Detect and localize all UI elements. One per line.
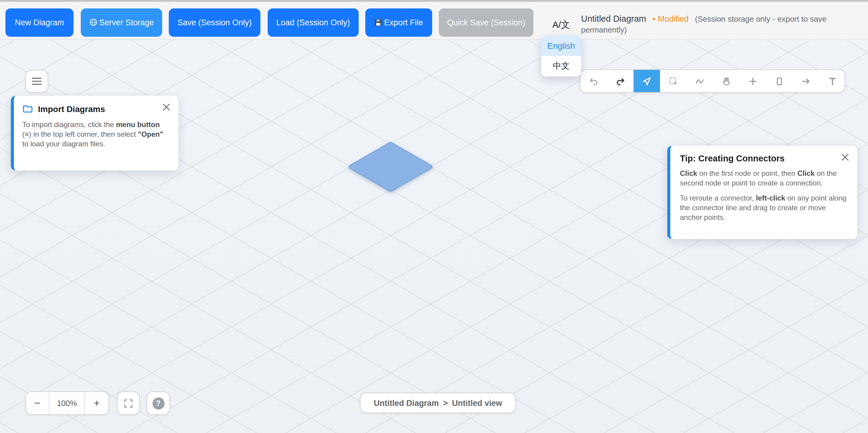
button-label: New Diagram [15,18,64,28]
zoom-controls: − 100% + [25,392,109,415]
save-session-button[interactable]: Save (Session Only) [169,8,260,37]
new-diagram-button[interactable]: New Diagram [5,8,73,37]
diamond-node[interactable] [347,140,434,193]
tip-card-close-button[interactable] [841,153,849,161]
text-icon [827,75,838,87]
redo-button[interactable] [607,70,633,92]
redo-icon [615,75,626,87]
language-option-english[interactable]: English [541,36,581,56]
export-file-button[interactable]: Export File [365,8,432,37]
connector-arrow-tool-button[interactable] [793,70,819,92]
zoom-in-button[interactable]: + [85,392,108,414]
freehand-draw-tool-button[interactable] [687,70,713,92]
close-icon [163,104,170,111]
hamburger-icon [32,84,41,85]
quick-save-button: Quick Save (Session) [439,8,533,37]
arrow-right-icon [801,75,811,87]
import-diagrams-card: Import Diagrams To import diagrams, clic… [11,96,179,170]
breadcrumb-separator: > [443,398,448,407]
tip-card-title: Tip: Creating Connectors [680,154,785,163]
select-cursor-icon [641,75,652,87]
window-top-strip [0,0,868,2]
document-title: Untitled Diagram [581,14,646,24]
add-node-tool-button[interactable] [740,70,766,92]
help-button[interactable]: ? [147,392,170,415]
breadcrumb-diagram-name: Untitled Diagram [374,398,439,407]
globe-icon [89,18,97,27]
load-session-button[interactable]: Load (Session Only) [268,8,359,37]
marquee-select-tool-button[interactable] [660,70,687,92]
button-label: Server Storage [89,18,154,28]
close-icon [841,154,849,161]
floppy-disk-icon [374,19,382,27]
zoom-out-button[interactable]: − [26,392,50,414]
modified-badge: • Modified [653,14,689,24]
server-storage-button[interactable]: Server Storage [81,8,162,37]
text-tool-button[interactable] [819,70,845,92]
document-title-block: Untitled Diagram • Modified (Session sto… [581,13,841,36]
tool-toolbar [580,69,845,93]
undo-icon [588,75,599,87]
import-card-title: Import Diagrams [38,104,105,114]
breadcrumb-view-name: Untitled view [452,398,502,407]
hamburger-icon [32,77,41,78]
language-menu: English 中文 [541,36,581,76]
import-card-close-button[interactable] [162,103,170,111]
tip-connectors-card: Tip: Creating Connectors Click on the fi… [667,146,857,239]
folder-icon [22,104,33,114]
question-mark-icon: ? [152,397,164,409]
language-option-chinese[interactable]: 中文 [541,56,581,76]
freehand-squiggle-icon [694,75,705,87]
button-label: Quick Save (Session) [447,18,525,28]
diagram-editor-app: New Diagram Server Storage Save (Session… [0,0,868,433]
import-card-body: To import diagrams, click the menu butto… [22,120,169,149]
pan-hand-tool-button[interactable] [713,70,740,92]
language-toggle-button[interactable]: A/文 [547,18,575,32]
button-label: Load (Session Only) [276,18,350,28]
zoom-level: 100% [50,392,85,414]
marquee-select-icon [668,75,679,87]
fit-view-button[interactable] [117,392,140,415]
tip-card-paragraph-2: To reroute a connector, left-click on an… [680,193,847,222]
undo-button[interactable] [581,70,607,92]
rectangle-icon [774,75,785,87]
hamburger-icon [32,81,41,82]
shape-rectangle-tool-button[interactable] [766,70,793,92]
menu-button[interactable] [25,70,48,93]
plus-icon [747,75,758,87]
tip-card-paragraph-1: Click on the first node or point, then C… [680,169,847,188]
fullscreen-icon [124,398,133,408]
hand-icon [721,75,732,87]
button-label: Export File [374,18,423,28]
button-label: Save (Session Only) [178,18,252,28]
view-breadcrumb[interactable]: Untitled Diagram > Untitled view [360,393,516,413]
select-tool-button[interactable] [633,70,660,92]
